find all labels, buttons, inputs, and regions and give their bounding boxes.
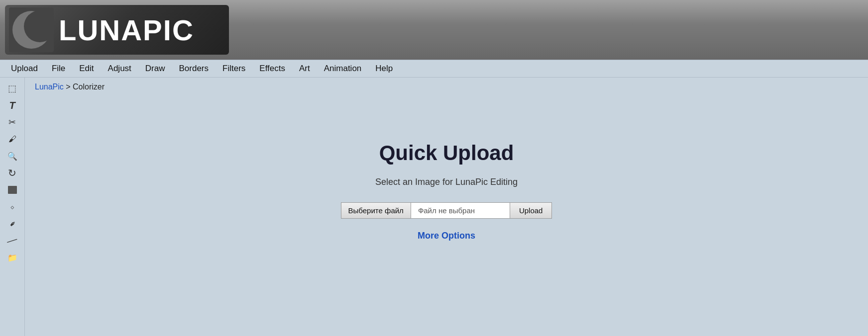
- quick-upload-title: Quick Upload: [379, 141, 514, 165]
- breadcrumb-link[interactable]: LunaPic: [35, 83, 64, 91]
- crop-tool-icon[interactable]: [5, 183, 20, 197]
- crop-icon-svg: [7, 185, 17, 194]
- fill-tool-icon[interactable]: ⬦: [5, 200, 20, 214]
- paint-tool-icon[interactable]: 🖌: [5, 132, 20, 146]
- nav-effects[interactable]: Effects: [252, 61, 292, 77]
- navbar: Upload File Edit Adjust Draw Borders Fil…: [0, 60, 868, 78]
- breadcrumb: LunaPic > Colorizer: [35, 83, 858, 91]
- rotate-tool-icon[interactable]: ↻: [5, 166, 20, 180]
- sidebar: ⬚ T ✂ 🖌 🔍 ↻ ⬦ ✒ ╱ 📁: [0, 78, 25, 336]
- nav-file[interactable]: File: [45, 61, 72, 77]
- logo-container: LUNAPIC: [5, 5, 229, 55]
- more-options-link[interactable]: More Options: [418, 231, 475, 241]
- breadcrumb-current: Colorizer: [73, 83, 105, 91]
- nav-adjust[interactable]: Adjust: [101, 61, 138, 77]
- breadcrumb-separator: >: [64, 83, 73, 91]
- cut-tool-icon[interactable]: ✂: [5, 115, 20, 129]
- main-area: LunaPic > Colorizer Quick Upload Select …: [25, 78, 868, 336]
- upload-button[interactable]: Upload: [510, 202, 552, 219]
- header: LUNAPIC: [0, 0, 868, 60]
- nav-filters[interactable]: Filters: [216, 61, 252, 77]
- upload-section: Quick Upload Select an Image for LunaPic…: [35, 141, 858, 241]
- nav-animation[interactable]: Animation: [317, 61, 369, 77]
- logo-icon: [9, 7, 54, 52]
- select-tool-icon[interactable]: ⬚: [5, 82, 20, 95]
- svg-rect-3: [8, 186, 17, 194]
- nav-draw[interactable]: Draw: [138, 61, 172, 77]
- nav-edit[interactable]: Edit: [72, 61, 101, 77]
- folder-tool-icon[interactable]: 📁: [5, 251, 20, 264]
- brush-tool-icon[interactable]: ╱: [2, 230, 22, 251]
- file-name-display: Файл не выбран: [411, 202, 510, 219]
- nav-upload[interactable]: Upload: [4, 61, 45, 77]
- nav-help[interactable]: Help: [368, 61, 400, 77]
- file-upload-row: Выберите файл Файл не выбран Upload: [341, 202, 552, 219]
- logo-text: LUNAPIC: [59, 13, 194, 47]
- nav-borders[interactable]: Borders: [172, 61, 216, 77]
- file-choose-button[interactable]: Выберите файл: [341, 202, 411, 219]
- text-tool-icon[interactable]: T: [5, 98, 20, 112]
- nav-art[interactable]: Art: [292, 61, 317, 77]
- content: ⬚ T ✂ 🖌 🔍 ↻ ⬦ ✒ ╱ 📁 LunaPic > Colorizer …: [0, 78, 868, 336]
- zoom-tool-icon[interactable]: 🔍: [5, 149, 20, 163]
- select-image-text: Select an Image for LunaPic Editing: [375, 177, 518, 187]
